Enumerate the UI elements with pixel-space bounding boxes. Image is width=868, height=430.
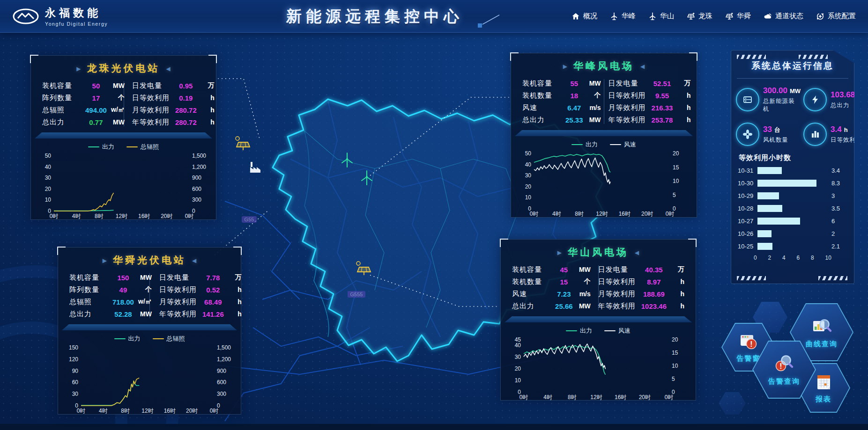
hex-button-label: 告警查询 — [768, 377, 800, 386]
solar-panel-icon — [725, 12, 734, 21]
map-solar-station-icon[interactable] — [236, 137, 250, 150]
metric-label: 总出力 — [512, 302, 555, 311]
svg-text:4时: 4时 — [543, 394, 552, 401]
svg-text:15: 15 — [672, 350, 678, 356]
nav-item-6[interactable]: 系统配置 — [816, 12, 856, 21]
left-arrow-icon: ▶ — [103, 257, 107, 264]
metric-row: 总辐照718.00w/㎡ — [69, 296, 152, 308]
map-solar-station-icon-south[interactable] — [356, 262, 371, 275]
metric-value: 280.72 — [175, 106, 197, 114]
legend-label: 总辐照 — [167, 335, 185, 343]
metric-label: 装机容量 — [42, 81, 85, 90]
metric-value: 52.51 — [652, 80, 673, 87]
metric-label: 月等效利用 — [608, 103, 652, 112]
legend-item: 出力 — [114, 335, 141, 343]
legend-item: 出力 — [88, 143, 114, 151]
nav-item-3[interactable]: 龙珠 — [687, 12, 712, 21]
metric-row: 月等效利用188.69h — [598, 288, 684, 300]
svg-text:!: ! — [750, 340, 752, 348]
metric-unit: MW — [573, 266, 591, 273]
bar-value: 3.5 — [831, 205, 840, 212]
stat-value: 3.4 — [831, 125, 842, 134]
bar-fill — [757, 230, 772, 237]
station-connector-lines — [215, 79, 510, 306]
metric-unit: h — [224, 286, 242, 293]
svg-text:20: 20 — [525, 183, 532, 190]
metric-row: 总辐照494.00w/㎡ — [42, 104, 125, 116]
bar-track — [757, 205, 829, 212]
metric-row: 年等效利用280.72h — [132, 116, 215, 128]
metric-value: 52.28 — [112, 310, 134, 318]
metric-unit: 个 — [573, 277, 591, 286]
station-metrics: 装机容量55MW装机数量18个风速6.47m/s总出力25.33MW日发电量52… — [519, 77, 689, 126]
svg-text:12时: 12时 — [116, 213, 127, 219]
metric-value: 15 — [555, 278, 573, 286]
legend-swatch-icon — [126, 146, 138, 147]
metric-row: 装机容量45MW — [512, 263, 591, 276]
svg-text:10: 10 — [45, 197, 52, 203]
svg-text:40: 40 — [525, 161, 532, 168]
svg-text:60: 60 — [72, 379, 79, 386]
svg-text:30: 30 — [45, 175, 52, 181]
station-panel-huashan: ▶华山风电场◀ 装机容量45MW装机数量15个风速7.23m/s总出力25.66… — [500, 239, 696, 401]
bar-row-10-29: 10-293 — [738, 189, 847, 202]
system-stats: 300.00MW总新能源装机103.68MW总出力33台风机数量3.4h日等效利… — [731, 79, 854, 150]
metric-unit: MW — [107, 118, 125, 126]
metric-label: 总辐照 — [42, 106, 85, 115]
nav-item-5[interactable]: 通道状态 — [764, 12, 803, 21]
bar-track — [757, 192, 829, 199]
metric-unit: h — [667, 278, 684, 285]
svg-text:16时: 16时 — [619, 211, 631, 217]
metric-value: 216.33 — [652, 104, 673, 112]
svg-text:90: 90 — [72, 368, 79, 374]
legend-label: 风速 — [618, 327, 631, 335]
svg-text:30: 30 — [515, 354, 521, 360]
svg-text:600: 600 — [192, 186, 201, 192]
title-decor-line — [476, 14, 502, 28]
bar-axis-tick: 6 — [797, 255, 800, 261]
metric-label: 装机容量 — [512, 265, 555, 274]
metric-value: 18 — [565, 92, 583, 100]
metric-value: 8.97 — [641, 278, 667, 286]
svg-text:0时: 0时 — [50, 213, 59, 219]
bar-axis-tick: 2 — [768, 255, 772, 261]
stat-unit: MW — [857, 92, 868, 99]
bar-row-10-25: 10-252.1 — [738, 240, 847, 253]
metric-row: 年等效利用253.78h — [608, 114, 691, 126]
bar-axis-tick: 10 — [825, 255, 831, 261]
metric-value: 253.78 — [652, 116, 673, 124]
page-title: 新能源远程集控中心 — [286, 6, 463, 27]
bar-category: 10-28 — [738, 205, 757, 212]
metric-label: 年等效利用 — [608, 116, 652, 124]
metric-value: 718.00 — [112, 298, 134, 306]
solar-module-icon — [736, 88, 759, 111]
metric-unit: h — [197, 106, 215, 114]
svg-text:20时: 20时 — [186, 408, 198, 414]
metric-label: 风速 — [522, 103, 565, 112]
metric-label: 总出力 — [522, 116, 565, 124]
road-badge-g555: G555 — [350, 292, 363, 297]
map-wind-turbine-icons[interactable] — [342, 153, 372, 185]
station-panel-huashun: ▶华舜光伏电站◀ 装机容量150MW阵列数量49个总辐照718.00w/㎡总出力… — [58, 247, 241, 415]
metric-row: 日等效利用9.55h — [608, 89, 691, 102]
metric-unit: MW — [134, 274, 152, 281]
metric-row: 总出力25.66MW — [512, 300, 591, 312]
metric-label: 总出力 — [42, 118, 85, 127]
metric-value: 6.47 — [565, 104, 583, 112]
nav-item-0[interactable]: 概况 — [571, 12, 597, 21]
nav-item-2[interactable]: 华山 — [648, 12, 674, 21]
bar-row-10-31: 10-313.4 — [738, 164, 847, 177]
bar-track — [757, 167, 829, 174]
metric-unit: m/s — [583, 104, 601, 111]
metric-unit: w/㎡ — [134, 298, 152, 306]
logo: 永福数能 Yongfu Digital Energy — [12, 6, 108, 27]
chart-legend: 出力总辐照 — [58, 335, 241, 343]
svg-text:0时: 0时 — [530, 211, 539, 217]
svg-text:8时: 8时 — [575, 211, 584, 217]
nav-item-1[interactable]: 华峰 — [610, 12, 636, 21]
nav-item-4[interactable]: 华舜 — [725, 12, 751, 21]
metric-label: 日发电量 — [159, 273, 202, 282]
logo-icon — [12, 7, 39, 25]
metric-unit: 个 — [107, 94, 125, 102]
alert-window-icon: ! — [738, 332, 759, 353]
